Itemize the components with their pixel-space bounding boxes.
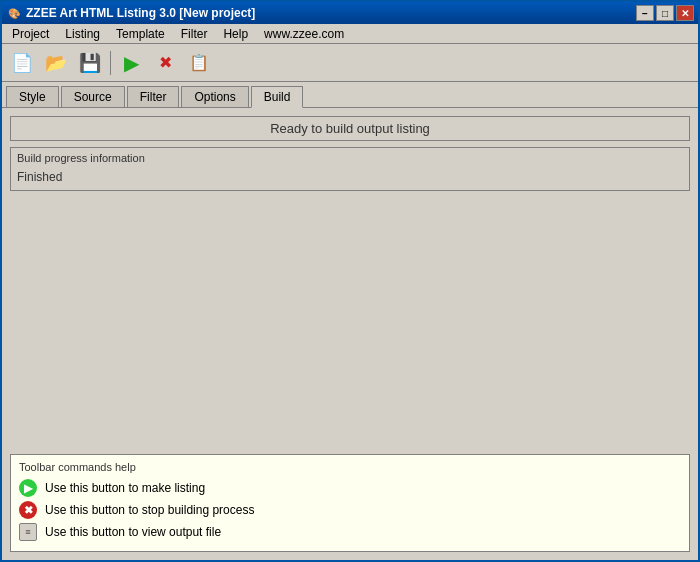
help-stop-text: Use this button to stop building process — [45, 503, 254, 517]
help-item-view: ≡ Use this button to view output file — [19, 523, 681, 541]
open-icon: 📂 — [45, 52, 67, 74]
toolbar: 📄 📂 💾 ▶ ✖ 📋 — [2, 44, 698, 82]
help-view-icon: ≡ — [19, 523, 37, 541]
progress-title: Build progress information — [17, 152, 683, 164]
menu-project[interactable]: Project — [4, 25, 57, 43]
title-buttons: − □ ✕ — [636, 5, 694, 21]
title-bar-left: 🎨 ZZEE Art HTML Listing 3.0 [New project… — [6, 5, 255, 21]
save-icon: 💾 — [79, 52, 101, 74]
minimize-button[interactable]: − — [636, 5, 654, 21]
progress-status: Finished — [17, 168, 683, 186]
view-output-button[interactable]: 📋 — [183, 48, 215, 78]
close-button[interactable]: ✕ — [676, 5, 694, 21]
help-make-icon: ▶ — [19, 479, 37, 497]
play-icon: ▶ — [124, 51, 139, 75]
view-icon: 📋 — [189, 53, 209, 72]
help-item-make: ▶ Use this button to make listing — [19, 479, 681, 497]
tab-source[interactable]: Source — [61, 86, 125, 107]
menu-filter[interactable]: Filter — [173, 25, 216, 43]
stop-icon: ✖ — [159, 53, 172, 72]
menu-website[interactable]: www.zzee.com — [256, 25, 352, 43]
progress-section: Build progress information Finished — [10, 147, 690, 191]
menu-help[interactable]: Help — [215, 25, 256, 43]
app-icon: 🎨 — [6, 5, 22, 21]
menubar: Project Listing Template Filter Help www… — [2, 24, 698, 44]
menu-template[interactable]: Template — [108, 25, 173, 43]
open-button[interactable]: 📂 — [40, 48, 72, 78]
tab-build[interactable]: Build — [251, 86, 304, 108]
help-section: Toolbar commands help ▶ Use this button … — [10, 454, 690, 552]
tab-options[interactable]: Options — [181, 86, 248, 107]
make-listing-button[interactable]: ▶ — [115, 48, 147, 78]
help-stop-icon: ✖ — [19, 501, 37, 519]
help-title: Toolbar commands help — [19, 461, 681, 473]
main-content: Ready to build output listing Build prog… — [2, 108, 698, 560]
status-bar: Ready to build output listing — [10, 116, 690, 141]
help-view-text: Use this button to view output file — [45, 525, 221, 539]
tabs: Style Source Filter Options Build — [2, 82, 698, 108]
save-button[interactable]: 💾 — [74, 48, 106, 78]
tab-filter[interactable]: Filter — [127, 86, 180, 107]
window-title: ZZEE Art HTML Listing 3.0 [New project] — [26, 6, 255, 20]
toolbar-separator — [110, 51, 111, 75]
help-make-text: Use this button to make listing — [45, 481, 205, 495]
menu-listing[interactable]: Listing — [57, 25, 108, 43]
new-icon: 📄 — [11, 52, 33, 74]
status-text: Ready to build output listing — [270, 121, 430, 136]
maximize-button[interactable]: □ — [656, 5, 674, 21]
tab-style[interactable]: Style — [6, 86, 59, 107]
title-bar: 🎨 ZZEE Art HTML Listing 3.0 [New project… — [2, 2, 698, 24]
new-button[interactable]: 📄 — [6, 48, 38, 78]
app-window: 🎨 ZZEE Art HTML Listing 3.0 [New project… — [0, 0, 700, 562]
help-item-stop: ✖ Use this button to stop building proce… — [19, 501, 681, 519]
stop-button[interactable]: ✖ — [149, 48, 181, 78]
